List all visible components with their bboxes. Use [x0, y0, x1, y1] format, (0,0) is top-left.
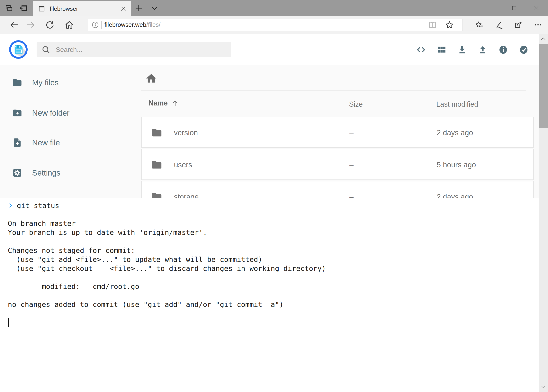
app-header	[0, 34, 548, 65]
refresh-icon[interactable]	[45, 20, 55, 29]
more-options-icon[interactable]	[533, 20, 543, 29]
download-icon[interactable]	[457, 45, 467, 55]
sidebar-item-label: My files	[32, 78, 59, 87]
code-editor-icon[interactable]	[416, 45, 426, 55]
close-tab-icon[interactable]	[120, 6, 127, 12]
upload-icon[interactable]	[478, 45, 487, 55]
back-icon[interactable]	[9, 20, 19, 29]
folder-icon	[12, 77, 22, 88]
floppy-disk-logo[interactable]	[9, 40, 28, 59]
file-name: version	[174, 129, 198, 137]
info-circle-icon[interactable]	[498, 45, 508, 55]
maximize-button[interactable]	[503, 0, 525, 16]
check-circle-icon[interactable]	[519, 45, 529, 55]
browser-window: filebrowser	[0, 0, 548, 392]
folder-icon	[151, 159, 162, 170]
sidebar-divider	[0, 98, 127, 98]
web-note-pen-icon[interactable]	[494, 20, 504, 29]
grid-view-icon[interactable]	[437, 45, 446, 55]
header-actions	[416, 34, 529, 65]
terminal-cursor	[8, 318, 9, 327]
gear-icon	[12, 168, 22, 178]
url-path: /files/	[146, 21, 160, 28]
share-icon[interactable]	[514, 20, 523, 29]
site-info-icon[interactable]	[91, 21, 99, 29]
file-row-version[interactable]: version – 2 days ago	[141, 117, 534, 148]
urlbar-divider	[101, 21, 102, 29]
tab-title: filebrowser	[50, 6, 120, 12]
window-controls	[481, 0, 548, 16]
tab-preview-icon[interactable]	[5, 4, 13, 13]
hub-favorites-icon[interactable]	[475, 20, 484, 29]
folder-icon	[151, 127, 162, 138]
sidebar-item-label: New folder	[32, 109, 69, 117]
new-tab-icon[interactable]	[134, 4, 143, 13]
listing-divider	[141, 91, 526, 91]
sidebar-item-my-files[interactable]: My files	[0, 75, 127, 91]
file-modified: 5 hours ago	[437, 161, 476, 169]
file-name: users	[174, 161, 192, 169]
sidebar-item-settings[interactable]: Settings	[0, 165, 127, 181]
column-header-modified[interactable]: Last modified	[436, 100, 478, 108]
sidebar-item-new-file[interactable]: New file	[0, 135, 127, 150]
tab-bar: filebrowser	[0, 0, 548, 16]
tab-dropdown-icon[interactable]	[150, 4, 159, 13]
scrollbar-thumb[interactable]	[539, 44, 548, 128]
sort-ascending-icon	[171, 99, 179, 107]
sidebar-item-new-folder[interactable]: New folder	[0, 105, 127, 121]
terminal-output: On branch master Your branch is up to da…	[8, 219, 548, 309]
forward-icon[interactable]	[26, 20, 35, 29]
close-window-button[interactable]	[525, 0, 548, 16]
address-bar[interactable]: filebrowser.web/files/	[88, 19, 463, 31]
search-input[interactable]	[55, 46, 213, 54]
column-headers: Name Size Last modified	[127, 99, 548, 109]
column-header-size[interactable]: Size	[349, 100, 363, 108]
sidebar-item-label: New file	[32, 138, 60, 147]
scrollbar-down-icon[interactable]	[539, 382, 548, 392]
page-favicon	[38, 5, 45, 13]
file-size: –	[349, 129, 354, 137]
browser-toolbar: filebrowser.web/files/	[0, 16, 548, 34]
url-host: filebrowser.web	[104, 21, 146, 28]
home-icon[interactable]	[65, 20, 74, 29]
file-row-users[interactable]: users – 5 hours ago	[141, 149, 534, 180]
browser-tab[interactable]: filebrowser	[33, 1, 131, 16]
page-scrollbar[interactable]	[539, 34, 548, 392]
terminal-command-line: git status	[8, 201, 548, 210]
search-box[interactable]	[37, 42, 231, 57]
prompt-chevron-icon	[8, 202, 14, 209]
minimize-button[interactable]	[481, 0, 503, 16]
favorite-star-icon[interactable]	[445, 20, 454, 29]
column-header-name[interactable]: Name	[148, 99, 179, 107]
file-size: –	[349, 161, 354, 169]
scrollbar-up-icon[interactable]	[539, 34, 548, 44]
search-icon	[41, 45, 50, 54]
sidebar-divider	[0, 158, 127, 158]
terminal-panel[interactable]: git status On branch master Your branch …	[0, 198, 548, 392]
terminal-command: git status	[17, 202, 59, 210]
folder-plus-icon	[12, 108, 22, 118]
set-tabs-aside-icon[interactable]	[19, 4, 28, 13]
sidebar-item-label: Settings	[32, 168, 61, 177]
file-modified: 2 days ago	[437, 129, 473, 137]
breadcrumb-home-icon[interactable]	[145, 72, 157, 84]
file-plus-icon	[12, 138, 22, 148]
reading-view-icon[interactable]	[428, 20, 437, 29]
